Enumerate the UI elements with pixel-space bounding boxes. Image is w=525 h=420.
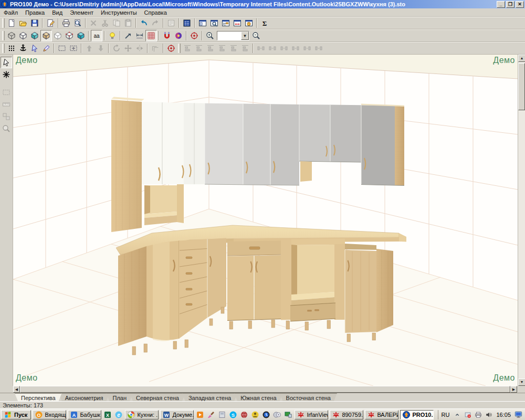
task-browser-globe[interactable] — [239, 410, 249, 419]
task-gray-app[interactable] — [217, 410, 227, 419]
panel-prices-button[interactable] — [243, 17, 255, 29]
volume-icon[interactable] — [485, 411, 493, 419]
tray-printer-icon[interactable] — [474, 411, 482, 419]
combo-dropdown-arrow[interactable]: ▼ — [241, 32, 249, 40]
view-colored-button[interactable] — [29, 30, 40, 41]
task-chrome-kitchens[interactable]: Кухни: ... — [125, 410, 159, 419]
minimize-button[interactable]: _ — [497, 1, 505, 8]
task-irfanview-image2[interactable]: ВАЛЕРИ... — [365, 410, 398, 419]
pointer-tool-button[interactable] — [1, 57, 12, 68]
task-paint-app[interactable] — [206, 410, 216, 419]
snap-points-button[interactable] — [6, 43, 17, 54]
select-area-button[interactable] — [56, 43, 68, 54]
print-button[interactable] — [60, 17, 72, 29]
language-indicator[interactable]: RU — [440, 412, 452, 418]
display-icon[interactable] — [514, 411, 522, 419]
select-tool-button[interactable] — [29, 43, 40, 54]
new-file-button[interactable] — [6, 17, 17, 29]
view-hidden-lines-button[interactable] — [17, 30, 29, 41]
project-properties-button[interactable] — [45, 17, 56, 29]
task-word-document[interactable]: WДокуме... — [160, 410, 194, 419]
zoom-out-button[interactable] — [250, 30, 262, 41]
horizontal-scroll-thumb[interactable] — [20, 386, 510, 393]
task-excel[interactable]: X — [103, 410, 112, 419]
undo-button[interactable] — [138, 17, 150, 29]
task-irfanview-image1[interactable]: 890759... — [330, 410, 363, 419]
menu-элемент[interactable]: Элемент — [66, 9, 97, 16]
snap-auto-button[interactable] — [173, 30, 184, 41]
move-mode-button[interactable] — [122, 30, 134, 41]
tab-zapadnaya-stena[interactable]: Западная стена — [182, 393, 237, 401]
select-group-button[interactable] — [68, 43, 79, 54]
panel-dimensions-button[interactable] — [232, 17, 243, 29]
tab-vostochnaya-stena[interactable]: Восточная стена — [280, 393, 337, 401]
task-remote-pc[interactable] — [284, 410, 293, 419]
calculation-button[interactable]: Σ — [259, 17, 270, 29]
zoom-combo[interactable]: ▼ — [217, 31, 249, 40]
chevron-up-icon[interactable] — [453, 411, 461, 419]
horizontal-scrollbar[interactable]: ◀ ▶ — [13, 386, 517, 393]
tab-yuzhnaya-stena[interactable]: Южная стена — [234, 393, 282, 401]
task-pro100[interactable]: PRO10... — [400, 410, 434, 419]
tab-perspektiva[interactable]: Перспектива — [15, 393, 62, 401]
task-discs-app[interactable] — [272, 410, 282, 419]
dimensions-button[interactable] — [134, 30, 145, 41]
panel-elements-button[interactable] — [197, 17, 208, 29]
scroll-right-arrow[interactable]: ▶ — [510, 386, 517, 393]
insert-element-button[interactable] — [17, 43, 29, 54]
tab-plan[interactable]: План — [106, 393, 133, 401]
view-textured-button[interactable] — [40, 30, 52, 41]
toolbar-grip[interactable] — [2, 18, 5, 28]
clock[interactable]: 16:05 — [495, 412, 512, 418]
task-internet-explorer[interactable]: e — [114, 410, 123, 419]
task-media-player[interactable] — [195, 410, 205, 419]
viewport-3d[interactable]: Демо Демо Демо Демо — [13, 55, 518, 386]
target-element-button[interactable] — [165, 43, 177, 54]
view-realistic-button[interactable] — [75, 30, 87, 41]
task-irfanview[interactable]: IrfanView — [295, 410, 328, 419]
start-button[interactable]: Пуск — [1, 410, 31, 419]
center-view-button[interactable] — [188, 30, 200, 41]
panel-preview-button[interactable] — [208, 17, 220, 29]
project-properties-icon — [46, 19, 55, 27]
task-skype[interactable]: S — [228, 410, 238, 419]
menu-справка[interactable]: Справка — [141, 9, 171, 16]
task-outlook-inbox[interactable]: OВходящ... — [33, 410, 66, 419]
scroll-up-arrow[interactable]: ▲ — [518, 55, 525, 62]
toolbar-grip[interactable] — [178, 44, 181, 53]
close-button[interactable]: ✕ — [516, 1, 524, 8]
draw-tool-button[interactable] — [40, 43, 52, 54]
scroll-left-arrow[interactable]: ◀ — [13, 386, 20, 393]
view-sketch-button[interactable] — [52, 30, 64, 41]
select-group-icon — [69, 44, 78, 52]
save-file-button[interactable] — [29, 17, 40, 29]
menu-вид[interactable]: Вид — [48, 9, 66, 16]
task-clock-app[interactable] — [261, 410, 271, 419]
menu-правка[interactable]: Правка — [22, 9, 48, 16]
restore-button[interactable]: ❐ — [506, 1, 514, 8]
toolbar-grip[interactable] — [2, 31, 5, 40]
report-button[interactable] — [181, 17, 193, 29]
snap-grid-button[interactable] — [145, 30, 157, 41]
menu-инструменты[interactable]: Инструменты — [97, 9, 141, 16]
snap-elements-button[interactable] — [161, 30, 173, 41]
show-labels-button[interactable]: aa — [91, 30, 102, 41]
tab-severnaya-stena[interactable]: Северная стена — [130, 393, 185, 401]
tab-aksonometriya[interactable]: Аксонометрия — [59, 393, 110, 401]
view-edges-button[interactable] — [64, 30, 75, 41]
view-wireframe-button[interactable] — [6, 30, 17, 41]
task-user-app[interactable] — [250, 410, 260, 419]
panel-structure-button[interactable] — [220, 17, 232, 29]
toolbar-grip[interactable] — [2, 44, 5, 53]
vertical-scrollbar[interactable]: ▲ ▼ — [518, 55, 525, 386]
menu-файл[interactable]: Файл — [0, 9, 22, 16]
lighting-button[interactable] — [107, 30, 118, 41]
open-file-button[interactable] — [17, 17, 29, 29]
task-babushka-window[interactable]: АБабушк... — [68, 410, 101, 419]
scroll-down-arrow[interactable]: ▼ — [518, 379, 525, 386]
walk-tool-button[interactable] — [1, 69, 12, 80]
print-preview-button[interactable] — [72, 17, 83, 29]
tray-alert-icon[interactable] — [464, 411, 472, 419]
zoom-in-button[interactable] — [204, 30, 216, 41]
vertical-scroll-thumb[interactable] — [518, 63, 525, 110]
